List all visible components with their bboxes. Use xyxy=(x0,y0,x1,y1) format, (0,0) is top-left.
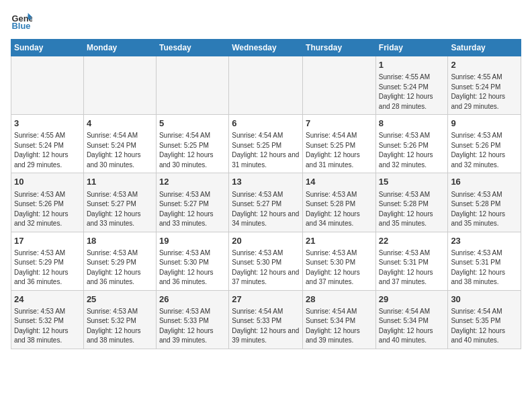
day-cell xyxy=(11,56,84,115)
day-cell: 15Sunrise: 4:53 AM Sunset: 5:28 PM Dayli… xyxy=(375,173,448,232)
day-header-monday: Monday xyxy=(83,40,156,56)
day-cell: 5Sunrise: 4:54 AM Sunset: 5:25 PM Daylig… xyxy=(156,115,228,173)
calendar-body: 1Sunrise: 4:55 AM Sunset: 5:24 PM Daylig… xyxy=(11,56,521,349)
day-cell: 2Sunrise: 4:55 AM Sunset: 5:24 PM Daylig… xyxy=(448,56,521,115)
day-number: 30 xyxy=(451,293,518,306)
day-number: 8 xyxy=(379,118,445,130)
day-cell: 4Sunrise: 4:54 AM Sunset: 5:24 PM Daylig… xyxy=(83,115,156,173)
calendar: SundayMondayTuesdayWednesdayThursdayFrid… xyxy=(11,39,521,349)
day-cell: 7Sunrise: 4:54 AM Sunset: 5:25 PM Daylig… xyxy=(303,115,376,173)
day-info: Sunrise: 4:54 AM Sunset: 5:33 PM Dayligh… xyxy=(232,307,300,346)
week-row-5: 24Sunrise: 4:53 AM Sunset: 5:32 PM Dayli… xyxy=(11,290,521,349)
day-info: Sunrise: 4:54 AM Sunset: 5:24 PM Dayligh… xyxy=(87,131,153,170)
day-info: Sunrise: 4:53 AM Sunset: 5:30 PM Dayligh… xyxy=(306,248,373,287)
day-number: 6 xyxy=(232,118,300,130)
day-cell: 26Sunrise: 4:53 AM Sunset: 5:33 PM Dayli… xyxy=(156,290,228,349)
day-info: Sunrise: 4:53 AM Sunset: 5:30 PM Dayligh… xyxy=(159,248,226,287)
day-cell xyxy=(83,56,156,115)
day-info: Sunrise: 4:53 AM Sunset: 5:31 PM Dayligh… xyxy=(379,248,445,287)
day-info: Sunrise: 4:55 AM Sunset: 5:24 PM Dayligh… xyxy=(451,73,518,111)
day-header-wednesday: Wednesday xyxy=(229,40,303,56)
day-info: Sunrise: 4:53 AM Sunset: 5:30 PM Dayligh… xyxy=(232,248,300,287)
week-row-4: 17Sunrise: 4:53 AM Sunset: 5:29 PM Dayli… xyxy=(11,232,521,290)
day-cell xyxy=(229,56,303,115)
day-number: 17 xyxy=(14,235,81,247)
day-number: 29 xyxy=(379,293,445,306)
day-number: 22 xyxy=(379,235,445,247)
day-cell xyxy=(303,56,376,115)
day-info: Sunrise: 4:53 AM Sunset: 5:33 PM Dayligh… xyxy=(159,307,226,346)
day-cell: 16Sunrise: 4:53 AM Sunset: 5:28 PM Dayli… xyxy=(448,173,521,232)
day-info: Sunrise: 4:53 AM Sunset: 5:28 PM Dayligh… xyxy=(451,190,518,229)
day-number: 1 xyxy=(379,59,445,71)
day-cell: 8Sunrise: 4:53 AM Sunset: 5:26 PM Daylig… xyxy=(375,115,448,173)
day-cell: 1Sunrise: 4:55 AM Sunset: 5:24 PM Daylig… xyxy=(375,56,448,115)
day-info: Sunrise: 4:53 AM Sunset: 5:28 PM Dayligh… xyxy=(379,190,445,229)
day-cell: 13Sunrise: 4:53 AM Sunset: 5:27 PM Dayli… xyxy=(229,173,303,232)
logo-icon: General Blue xyxy=(11,11,32,32)
day-info: Sunrise: 4:53 AM Sunset: 5:29 PM Dayligh… xyxy=(14,248,81,287)
day-info: Sunrise: 4:54 AM Sunset: 5:25 PM Dayligh… xyxy=(232,131,300,170)
day-number: 19 xyxy=(159,235,226,247)
day-info: Sunrise: 4:53 AM Sunset: 5:26 PM Dayligh… xyxy=(379,131,445,170)
day-info: Sunrise: 4:53 AM Sunset: 5:28 PM Dayligh… xyxy=(306,190,373,229)
day-cell: 25Sunrise: 4:53 AM Sunset: 5:32 PM Dayli… xyxy=(83,290,156,349)
day-info: Sunrise: 4:53 AM Sunset: 5:27 PM Dayligh… xyxy=(159,190,226,229)
header-row: SundayMondayTuesdayWednesdayThursdayFrid… xyxy=(11,40,521,56)
day-cell: 29Sunrise: 4:54 AM Sunset: 5:34 PM Dayli… xyxy=(375,290,448,349)
day-cell: 21Sunrise: 4:53 AM Sunset: 5:30 PM Dayli… xyxy=(303,232,376,290)
day-info: Sunrise: 4:53 AM Sunset: 5:27 PM Dayligh… xyxy=(232,190,300,229)
day-number: 10 xyxy=(14,176,81,188)
day-cell: 9Sunrise: 4:53 AM Sunset: 5:26 PM Daylig… xyxy=(448,115,521,173)
day-number: 24 xyxy=(14,293,81,306)
header: General Blue xyxy=(11,11,521,32)
day-number: 5 xyxy=(159,118,226,130)
day-info: Sunrise: 4:54 AM Sunset: 5:34 PM Dayligh… xyxy=(379,307,445,346)
day-number: 16 xyxy=(451,176,518,188)
day-cell: 14Sunrise: 4:53 AM Sunset: 5:28 PM Dayli… xyxy=(303,173,376,232)
week-row-3: 10Sunrise: 4:53 AM Sunset: 5:26 PM Dayli… xyxy=(11,173,521,232)
day-number: 14 xyxy=(306,176,373,188)
day-number: 3 xyxy=(14,118,81,130)
day-info: Sunrise: 4:54 AM Sunset: 5:35 PM Dayligh… xyxy=(451,307,518,346)
day-cell: 23Sunrise: 4:53 AM Sunset: 5:31 PM Dayli… xyxy=(448,232,521,290)
day-number: 23 xyxy=(451,235,518,247)
day-info: Sunrise: 4:53 AM Sunset: 5:32 PM Dayligh… xyxy=(87,307,153,346)
day-cell: 11Sunrise: 4:53 AM Sunset: 5:27 PM Dayli… xyxy=(83,173,156,232)
svg-text:Blue: Blue xyxy=(12,21,31,31)
day-header-sunday: Sunday xyxy=(11,40,84,56)
page: General Blue SundayMondayTuesdayWednesda… xyxy=(0,0,532,360)
logo: General Blue xyxy=(11,11,38,32)
day-number: 18 xyxy=(87,235,153,247)
day-info: Sunrise: 4:53 AM Sunset: 5:27 PM Dayligh… xyxy=(87,190,153,229)
day-info: Sunrise: 4:53 AM Sunset: 5:31 PM Dayligh… xyxy=(451,248,518,287)
day-info: Sunrise: 4:53 AM Sunset: 5:32 PM Dayligh… xyxy=(14,307,81,346)
day-info: Sunrise: 4:53 AM Sunset: 5:26 PM Dayligh… xyxy=(14,190,81,229)
day-number: 12 xyxy=(159,176,226,188)
day-number: 13 xyxy=(232,176,300,188)
day-header-thursday: Thursday xyxy=(303,40,376,56)
day-number: 2 xyxy=(451,59,518,71)
day-cell: 22Sunrise: 4:53 AM Sunset: 5:31 PM Dayli… xyxy=(375,232,448,290)
day-cell: 28Sunrise: 4:54 AM Sunset: 5:34 PM Dayli… xyxy=(303,290,376,349)
day-number: 21 xyxy=(306,235,373,247)
day-number: 4 xyxy=(87,118,153,130)
day-number: 7 xyxy=(306,118,373,130)
day-number: 26 xyxy=(159,293,226,306)
day-cell: 3Sunrise: 4:55 AM Sunset: 5:24 PM Daylig… xyxy=(11,115,84,173)
day-cell: 12Sunrise: 4:53 AM Sunset: 5:27 PM Dayli… xyxy=(156,173,228,232)
day-cell: 20Sunrise: 4:53 AM Sunset: 5:30 PM Dayli… xyxy=(229,232,303,290)
day-info: Sunrise: 4:53 AM Sunset: 5:29 PM Dayligh… xyxy=(87,248,153,287)
day-info: Sunrise: 4:55 AM Sunset: 5:24 PM Dayligh… xyxy=(379,73,445,111)
day-info: Sunrise: 4:54 AM Sunset: 5:25 PM Dayligh… xyxy=(159,131,226,170)
day-number: 25 xyxy=(87,293,153,306)
day-number: 28 xyxy=(306,293,373,306)
week-row-1: 1Sunrise: 4:55 AM Sunset: 5:24 PM Daylig… xyxy=(11,56,521,115)
day-info: Sunrise: 4:53 AM Sunset: 5:26 PM Dayligh… xyxy=(451,131,518,170)
day-cell: 10Sunrise: 4:53 AM Sunset: 5:26 PM Dayli… xyxy=(11,173,84,232)
calendar-header: SundayMondayTuesdayWednesdayThursdayFrid… xyxy=(11,40,521,56)
day-cell xyxy=(156,56,228,115)
day-cell: 18Sunrise: 4:53 AM Sunset: 5:29 PM Dayli… xyxy=(83,232,156,290)
day-info: Sunrise: 4:54 AM Sunset: 5:25 PM Dayligh… xyxy=(306,131,373,170)
day-header-saturday: Saturday xyxy=(448,40,521,56)
